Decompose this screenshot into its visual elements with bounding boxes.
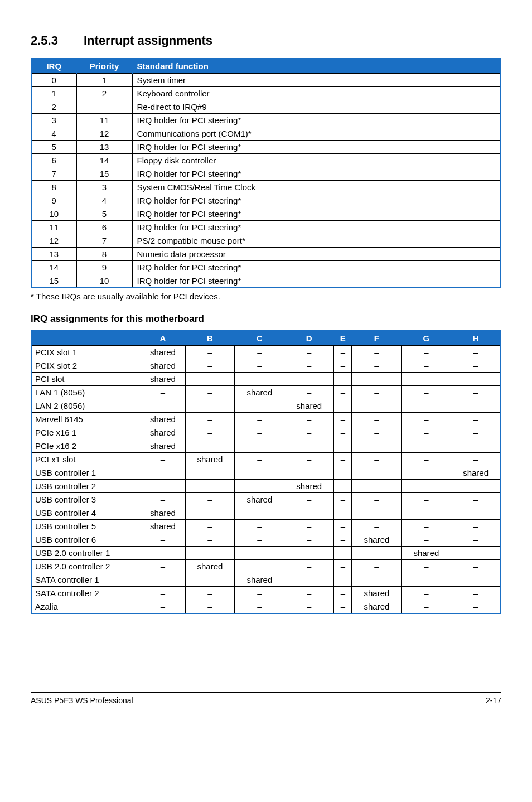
table-row: USB 2.0 controller 1––––––shared– [32,547,500,560]
cell-priority: 11 [76,114,132,127]
cell-a: – [141,399,185,413]
cell-a: shared [141,520,185,533]
cell-e: – [334,439,352,453]
th-e: E [334,331,352,346]
cell-h: – [451,520,500,533]
cell-irq: 10 [32,207,76,221]
cell-b: – [185,466,235,480]
table-row: 149IRQ holder for PCI steering* [32,261,500,274]
cell-a: – [141,600,185,613]
cell-g: – [402,413,451,426]
cell-label: PCIe x16 1 [32,426,141,439]
section-number: 2.5.3 [31,33,84,48]
cell-label: PCI slot [32,373,141,386]
cell-a: – [141,493,185,506]
cell-f: – [352,493,402,506]
cell-g: – [402,426,451,439]
cell-irq: 1 [32,87,76,100]
cell-b: – [185,600,235,613]
cell-irq: 14 [32,261,76,274]
cell-f: – [352,359,402,373]
cell-f: – [352,480,402,493]
cell-f: – [352,520,402,533]
cell-b: shared [185,560,235,573]
cell-g: – [402,386,451,399]
table-row: PCIX slot 1shared––––––– [32,346,500,359]
cell-e: – [334,493,352,506]
cell-label: USB controller 2 [32,480,141,493]
cell-a: – [141,547,185,560]
table-row: SATA controller 2–––––shared–– [32,587,500,600]
cell-function: IRQ holder for PCI steering* [132,274,500,288]
cell-h: – [451,426,500,439]
cell-label: USB controller 6 [32,533,141,547]
cell-priority: 3 [76,181,132,194]
cell-function: IRQ holder for PCI steering* [132,207,500,221]
cell-a: shared [141,373,185,386]
cell-function: Floppy disk controller [132,154,500,167]
cell-e: – [334,560,352,573]
cell-g: – [402,493,451,506]
cell-irq: 11 [32,221,76,234]
th-f: F [352,331,402,346]
cell-f: shared [352,533,402,547]
cell-label: LAN 2 (8056) [32,399,141,413]
cell-h: – [451,493,500,506]
cell-irq: 12 [32,234,76,248]
cell-g: – [402,573,451,587]
cell-c: – [235,426,284,439]
cell-d: – [284,533,334,547]
cell-c: – [235,439,284,453]
table-row: 138Numeric data processor [32,248,500,261]
table-row: USB controller 2–––shared–––– [32,480,500,493]
cell-h: – [451,453,500,466]
cell-h: – [451,560,500,573]
cell-b: – [185,480,235,493]
cell-g: – [402,373,451,386]
cell-h: – [451,573,500,587]
cell-e: – [334,373,352,386]
table-row: 1510IRQ holder for PCI steering* [32,274,500,288]
table-row: USB controller 6–––––shared–– [32,533,500,547]
cell-c: – [235,600,284,613]
cell-e: – [334,533,352,547]
cell-h: shared [451,466,500,480]
table-row: 105IRQ holder for PCI steering* [32,207,500,221]
cell-c: shared [235,493,284,506]
cell-label: PCI x1 slot [32,453,141,466]
cell-e: – [334,346,352,359]
irq-assignment-table: A B C D E F G H PCIX slot 1shared–––––––… [31,330,501,614]
table-row: 311IRQ holder for PCI steering* [32,114,500,127]
cell-irq: 2 [32,100,76,114]
irq-table: IRQ Priority Standard function 01System … [31,58,501,288]
cell-h: – [451,359,500,373]
th-function: Standard function [132,59,500,74]
cell-e: – [334,399,352,413]
cell-priority: 14 [76,154,132,167]
cell-d: – [284,373,334,386]
cell-a: – [141,587,185,600]
cell-d: – [284,547,334,560]
cell-f: – [352,466,402,480]
cell-h: – [451,386,500,399]
cell-b: – [185,413,235,426]
cell-f: – [352,573,402,587]
cell-priority: 9 [76,261,132,274]
cell-h: – [451,547,500,560]
cell-irq: 7 [32,167,76,181]
table-row: Azalia–––––shared–– [32,600,500,613]
cell-irq: 4 [32,127,76,141]
cell-function: System timer [132,74,500,87]
table-row: LAN 2 (8056)–––shared–––– [32,399,500,413]
cell-e: – [334,587,352,600]
cell-g: – [402,399,451,413]
cell-d: – [284,346,334,359]
th-h: H [451,331,500,346]
cell-label: Marvell 6145 [32,413,141,426]
table-row: PCI x1 slot–shared–––––– [32,453,500,466]
cell-d: – [284,520,334,533]
cell-a: – [141,573,185,587]
cell-e: – [334,600,352,613]
cell-f: – [352,373,402,386]
cell-g: – [402,359,451,373]
